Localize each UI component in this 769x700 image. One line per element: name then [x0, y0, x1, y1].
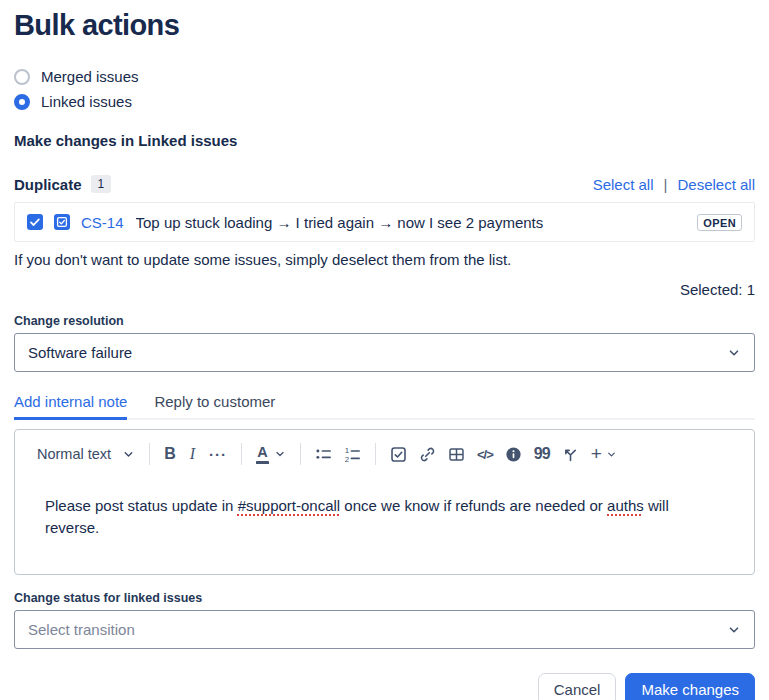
tab-reply-to-customer[interactable]: Reply to customer — [154, 393, 275, 420]
make-changes-button[interactable]: Make changes — [625, 673, 755, 700]
radio-label: Merged issues — [41, 68, 139, 85]
rich-text-editor: Normal text B I ··· A — [14, 429, 755, 575]
note-tabs: Add internal note Reply to customer — [14, 393, 755, 420]
selected-count: Selected: 1 — [14, 281, 755, 298]
bold-icon[interactable]: B — [158, 442, 182, 466]
issue-count-badge: 1 — [91, 175, 112, 193]
editor-toolbar: Normal text B I ··· A — [15, 430, 754, 470]
italic-icon[interactable]: I — [182, 442, 203, 466]
deselect-all-link[interactable]: Deselect all — [677, 176, 755, 193]
toolbar-separator — [241, 443, 242, 465]
scope-heading: Make changes in Linked issues — [14, 132, 755, 149]
radio-option-linked-issues[interactable]: Linked issues — [14, 89, 755, 114]
issue-row[interactable]: CS-14 Top up stuck loading → I tried aga… — [14, 202, 755, 242]
footer-actions: Cancel Make changes — [14, 673, 755, 700]
scope-radio-group: Merged issues Linked issues — [14, 64, 755, 114]
checkbox-checked-icon[interactable] — [27, 214, 43, 230]
link-separator: | — [664, 176, 668, 193]
task-list-icon[interactable] — [384, 443, 413, 466]
issue-group-header: Duplicate 1 Select all | Deselect all — [14, 175, 755, 193]
text-style-label: Normal text — [37, 446, 111, 462]
resolution-select-value: Software failure — [28, 344, 132, 361]
insert-plus-icon[interactable]: + — [585, 440, 623, 468]
decision-icon[interactable] — [556, 443, 585, 466]
bulk-actions-panel: Bulk actions Merged issues Linked issues… — [0, 0, 769, 700]
status-field-label: Change status for linked issues — [14, 591, 755, 605]
toolbar-separator — [375, 443, 376, 465]
radio-option-merged-issues[interactable]: Merged issues — [14, 64, 755, 89]
transition-select[interactable]: Select transition — [14, 610, 755, 649]
table-icon[interactable] — [442, 443, 471, 466]
info-panel-icon[interactable] — [499, 443, 528, 466]
group-label: Duplicate — [14, 176, 82, 193]
note-text: once we know if refunds are needed or — [340, 497, 607, 514]
note-text-spellcheck: #support-oncall — [238, 497, 341, 514]
note-text: Please post status update in — [45, 497, 238, 514]
text-color-letter: A — [256, 445, 269, 464]
chevron-down-icon — [122, 448, 135, 461]
issue-summary: Top up stuck loading → I tried again → n… — [136, 214, 698, 231]
cancel-button[interactable]: Cancel — [538, 673, 617, 700]
radio-label: Linked issues — [41, 93, 132, 110]
issue-key-link[interactable]: CS-14 — [81, 214, 124, 231]
toolbar-separator — [300, 443, 301, 465]
select-all-link[interactable]: Select all — [593, 176, 654, 193]
plus-glyph: + — [591, 443, 602, 465]
bulk-selection-links: Select all | Deselect all — [593, 176, 755, 193]
text-style-dropdown[interactable]: Normal text — [31, 443, 141, 465]
code-icon[interactable]: </> — [471, 444, 499, 465]
chevron-down-icon — [727, 623, 741, 637]
note-text-spellcheck: auths — [607, 497, 644, 514]
transition-select-placeholder: Select transition — [28, 621, 135, 638]
radio-unselected-icon[interactable] — [14, 69, 30, 85]
chevron-down-icon — [606, 449, 617, 460]
link-icon[interactable] — [413, 443, 442, 466]
chevron-down-icon — [274, 448, 286, 460]
quote-icon[interactable]: 99 — [528, 442, 556, 466]
resolution-field-label: Change resolution — [14, 314, 755, 328]
page-title: Bulk actions — [14, 8, 755, 42]
tab-add-internal-note[interactable]: Add internal note — [14, 393, 127, 420]
editor-content-area[interactable]: Please post status update in #support-on… — [15, 470, 754, 564]
bullet-list-icon[interactable] — [309, 443, 338, 466]
more-formatting-icon[interactable]: ··· — [203, 443, 233, 466]
chevron-down-icon — [727, 346, 741, 360]
svg-text:2: 2 — [345, 454, 350, 462]
resolution-select[interactable]: Software failure — [14, 333, 755, 372]
radio-selected-icon[interactable] — [14, 94, 30, 110]
toolbar-separator — [149, 443, 150, 465]
numbered-list-icon[interactable]: 1 2 — [338, 443, 367, 466]
status-badge: OPEN — [697, 214, 742, 231]
text-color-icon[interactable]: A — [250, 442, 292, 467]
deselect-hint: If you don't want to update some issues,… — [14, 251, 755, 268]
task-type-icon — [54, 214, 70, 230]
group-title: Duplicate 1 — [14, 175, 111, 193]
